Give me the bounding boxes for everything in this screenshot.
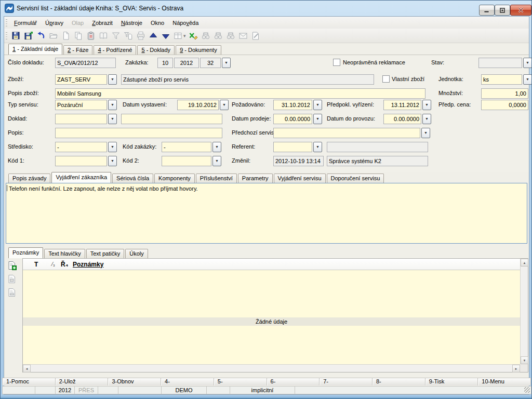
detail-tab-sériová-čísla[interactable]: Sériová čísla xyxy=(112,174,153,183)
notes-column-header-4[interactable]: Poznámky xyxy=(73,261,103,268)
goods-dropdown-button[interactable]: ▼ xyxy=(108,74,117,85)
function-key-4[interactable]: 4- xyxy=(161,378,214,385)
function-key-6[interactable]: 6- xyxy=(267,378,320,385)
code2-combo[interactable] xyxy=(162,156,211,166)
document-dropdown-button[interactable]: ▼ xyxy=(108,114,117,124)
notes-column-header-3[interactable]: Ř₄ xyxy=(61,261,73,268)
function-key-3[interactable]: 3-Obnov xyxy=(108,378,161,385)
save-as-icon[interactable] xyxy=(22,30,34,42)
function-key-7[interactable]: 7- xyxy=(320,378,373,385)
notes-tab-text-hlavičky[interactable]: Text hlavičky xyxy=(44,249,85,258)
tab-1-základní-údaje[interactable]: 1 - Základní údaje xyxy=(8,44,62,55)
code2-dropdown-button[interactable]: ▼ xyxy=(212,156,221,166)
menu-item-okno[interactable]: Okno xyxy=(147,18,168,28)
issue-date-field[interactable]: 19.10.2012 xyxy=(177,100,219,110)
new-note-icon[interactable] xyxy=(6,260,18,271)
order-dropdown-button[interactable]: ▼ xyxy=(222,58,231,68)
code1-dropdown-button[interactable]: ▼ xyxy=(108,156,117,166)
unit-combo[interactable]: ks xyxy=(481,74,522,85)
notes-tab-text-patičky[interactable]: Text patičky xyxy=(86,249,124,258)
close-button[interactable] xyxy=(510,5,531,16)
confirm-storno-icon[interactable] xyxy=(188,30,200,42)
clerk-combo[interactable] xyxy=(273,142,312,152)
notes-horizontal-scrollbar[interactable]: ◄ ► xyxy=(23,364,520,372)
document-combo[interactable] xyxy=(55,114,107,124)
scroll-left-button[interactable]: ◄ xyxy=(23,365,31,373)
expected-date-dropdown-button[interactable]: ▼ xyxy=(422,100,431,110)
own-goods-checkbox[interactable] xyxy=(382,75,390,83)
order-code-dropdown-button[interactable]: ▼ xyxy=(212,142,221,152)
operation-date-dropdown-button[interactable]: ▼ xyxy=(422,114,431,124)
document-extra-field[interactable] xyxy=(121,114,222,124)
notes-vertical-scrollbar[interactable]: ▲ ▼ xyxy=(520,259,528,364)
goods-combo[interactable]: ZAST_SERV xyxy=(55,74,107,85)
clerk-dropdown-button[interactable]: ▼ xyxy=(313,142,322,152)
save-icon[interactable] xyxy=(10,30,22,42)
service-type-dropdown-button[interactable]: ▼ xyxy=(108,100,117,110)
previous-record-icon[interactable] xyxy=(147,30,159,42)
tab-4-podřízené[interactable]: 4 - Podřízené xyxy=(94,45,136,55)
tab-9-dokumenty[interactable]: 9 - Dokumenty xyxy=(176,45,221,55)
sale-date-field[interactable]: 0.00.0000 xyxy=(273,114,312,124)
menu-item-formulář[interactable]: Formulář xyxy=(10,18,41,28)
menu-item-nástroje[interactable]: Nástroje xyxy=(117,18,147,28)
detail-tab-příslušenství[interactable]: Příslušenství xyxy=(196,174,237,183)
detail-tab-vyjádření-servisu[interactable]: Vyjádření servisu xyxy=(274,174,326,183)
notes-grid-body[interactable]: Žádné údaje xyxy=(23,270,520,364)
unit-dropdown-button[interactable]: ▼ xyxy=(523,74,532,85)
minimize-button[interactable] xyxy=(479,5,495,16)
cost-centre-combo[interactable]: - xyxy=(55,142,107,152)
operation-date-field[interactable]: 0.00.0000 xyxy=(383,114,421,124)
scrollbar-corner xyxy=(520,364,528,372)
description-field[interactable] xyxy=(55,128,222,138)
service-type-combo[interactable]: Pozáruční xyxy=(55,100,107,110)
notes-column-header-1[interactable]: T xyxy=(34,261,52,268)
scroll-up-button[interactable]: ▲ xyxy=(521,259,528,267)
detail-tab-doporučení-servisu[interactable]: Doporučení servisu xyxy=(327,174,384,183)
menu-item-úpravy[interactable]: Úpravy xyxy=(41,18,68,28)
sale-date-dropdown-button[interactable]: ▼ xyxy=(313,114,322,124)
field-label: Datum do provozu: xyxy=(327,115,375,122)
previous-service-combo[interactable] xyxy=(273,128,420,138)
function-key-9[interactable]: 9-Tisk xyxy=(425,378,478,385)
cost-centre-dropdown-button[interactable]: ▼ xyxy=(108,142,117,152)
notes-tab-poznámky[interactable]: Poznámky xyxy=(8,247,43,258)
notes-column-header-2[interactable]: ⁄₃ xyxy=(52,261,61,267)
customer-statement-textarea[interactable]: Telefon není funkční. Lze zapnout, ale n… xyxy=(6,183,527,244)
tab-5-doklady[interactable]: 5 - Doklady xyxy=(137,45,175,55)
restore-button[interactable] xyxy=(495,5,510,16)
code1-combo[interactable] xyxy=(55,156,107,166)
requested-date-dropdown-button[interactable]: ▼ xyxy=(313,100,322,110)
function-key-1[interactable]: 1-Pomoc xyxy=(3,378,56,385)
print-icon xyxy=(135,30,147,42)
resize-grip[interactable] xyxy=(524,387,530,393)
scroll-right-button[interactable]: ► xyxy=(512,365,520,373)
previous-service-dropdown-button[interactable]: ▼ xyxy=(421,128,430,138)
quantity-field[interactable]: 1,00 xyxy=(481,88,528,99)
detail-tab-popis-závady[interactable]: Popis závady xyxy=(8,174,50,183)
detail-tab-komponenty[interactable]: Komponenty xyxy=(154,174,195,183)
undo-icon[interactable] xyxy=(35,30,47,42)
goods-note-field[interactable]: Mobilní Samsung xyxy=(55,88,425,99)
next-record-icon[interactable] xyxy=(159,30,171,42)
state-dropdown-button[interactable]: ▼ xyxy=(523,58,532,68)
notes-tab-úkoly[interactable]: Úkoly xyxy=(125,249,148,258)
expected-price-field[interactable]: 0,0000 xyxy=(481,100,528,110)
menu-item-zobrazit[interactable]: Zobrazit xyxy=(88,18,117,28)
function-key-5[interactable]: 5- xyxy=(214,378,267,385)
scroll-down-button[interactable]: ▼ xyxy=(521,356,528,364)
detail-tab-parametry[interactable]: Parametry xyxy=(238,174,273,183)
function-key-10[interactable]: 10-Menu xyxy=(478,378,530,385)
tab-2-fáze[interactable]: 2 - Fáze xyxy=(63,45,92,55)
menu-item-nápověda[interactable]: Nápověda xyxy=(168,18,203,28)
paste-icon[interactable] xyxy=(85,30,97,42)
order-code-combo[interactable]: - xyxy=(162,142,211,152)
issue-date-dropdown-button[interactable]: ▼ xyxy=(220,100,229,110)
unjustified-claim-checkbox[interactable] xyxy=(333,59,340,66)
function-key-2[interactable]: 2-Ulož xyxy=(56,378,109,385)
requested-date-field[interactable]: 31.10.2012 xyxy=(273,100,312,110)
function-key-8[interactable]: 8- xyxy=(373,378,425,385)
detail-tab-vyjádření-zákazníka[interactable]: Vyjádření zákazníka xyxy=(51,172,111,183)
new-document-icon xyxy=(60,30,72,42)
expected-date-field[interactable]: 13.11.2012 xyxy=(383,100,421,110)
